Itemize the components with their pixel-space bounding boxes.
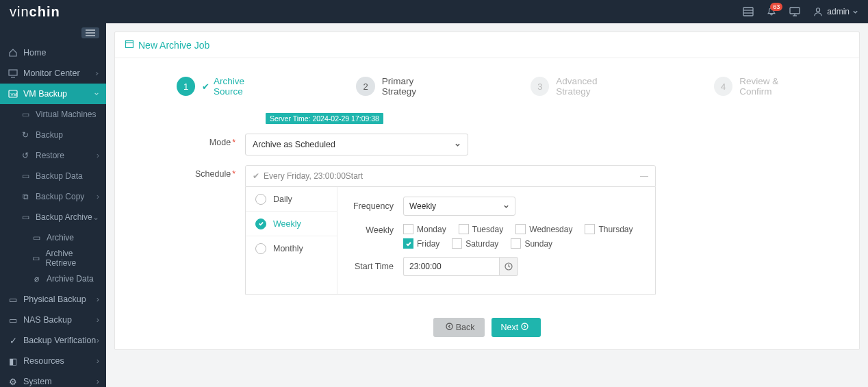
nav-backup-verification[interactable]: ✓Backup Verification› xyxy=(0,330,106,351)
nav-vm-backup[interactable]: VM VM Backup xyxy=(0,84,106,104)
radio-checked-icon xyxy=(255,219,266,229)
day-label: Thursday xyxy=(598,225,633,234)
step-number: 4 xyxy=(714,77,732,96)
chevron-icon: › xyxy=(97,377,99,386)
day-thursday[interactable]: Thursday xyxy=(585,224,633,234)
nav-archive-retrieve[interactable]: ▭Archive Retrieve xyxy=(0,248,106,269)
sidebar-toggle[interactable] xyxy=(0,23,106,42)
nas-icon: ▭ xyxy=(8,315,18,325)
svg-point-17 xyxy=(446,323,452,329)
nav-nas-backup[interactable]: ▭NAS Backup› xyxy=(0,310,106,330)
checkbox-icon xyxy=(585,224,595,234)
svg-rect-3 xyxy=(790,8,800,14)
checkbox-icon xyxy=(515,224,526,234)
radio-icon xyxy=(255,243,266,254)
nav-archive[interactable]: ▭Archive xyxy=(0,227,106,248)
chevron-icon: › xyxy=(97,151,99,160)
step-number: 1 xyxy=(177,77,195,96)
nav-system[interactable]: ⚙System› xyxy=(0,371,106,387)
step-label: Advanced Strategy xyxy=(556,76,632,97)
wizard-footer: Back Next xyxy=(115,308,859,349)
checkbox-icon xyxy=(511,238,521,249)
start-time-value: 23:00:00 xyxy=(409,262,442,271)
day-monday[interactable]: Monday xyxy=(403,224,446,234)
collapse-icon[interactable]: — xyxy=(640,171,648,181)
nav-virtual-machines[interactable]: ▭Virtual Machines xyxy=(0,104,106,125)
nav-backup-archive[interactable]: ▭Backup Archive⌄ xyxy=(0,207,106,227)
checkbox-icon xyxy=(459,224,469,234)
chevron-icon xyxy=(94,68,99,78)
data-icon: ▭ xyxy=(21,171,30,181)
chevron-down-icon xyxy=(455,142,461,148)
chevron-icon: › xyxy=(97,356,99,366)
day-label: Tuesday xyxy=(472,225,504,234)
nav-backup-data[interactable]: ▭Backup Data xyxy=(0,166,106,186)
resources-icon: ◧ xyxy=(8,356,18,366)
interval-daily[interactable]: Daily xyxy=(246,187,337,212)
frequency-label: Frequency xyxy=(348,201,403,211)
nav-archive-data[interactable]: ⌀Archive Data xyxy=(0,269,106,289)
nav-backup-copy[interactable]: ⧉Backup Copy› xyxy=(0,186,106,207)
svg-rect-14 xyxy=(126,41,133,48)
interval-monthly[interactable]: Monthly xyxy=(246,236,337,261)
day-label: Monday xyxy=(417,225,446,234)
interval-label: Weekly xyxy=(273,219,301,229)
step-number: 2 xyxy=(356,77,374,96)
next-button[interactable]: Next xyxy=(492,318,541,337)
frequency-select[interactable]: Weekly xyxy=(403,197,515,216)
frequency-value: Weekly xyxy=(409,201,436,211)
step-review-confirm: 4 Review & Confirm xyxy=(714,76,811,97)
interval-list: Daily Weekly Monthly xyxy=(246,187,337,294)
start-time-input[interactable]: 23:00:00 xyxy=(403,257,499,276)
check-icon: ✔ xyxy=(253,171,259,181)
day-sunday[interactable]: Sunday xyxy=(511,238,552,249)
nav-physical-backup[interactable]: ▭Physical Backup› xyxy=(0,289,106,310)
chevron-icon: › xyxy=(97,336,99,345)
monitor-icon xyxy=(8,68,18,78)
day-tuesday[interactable]: Tuesday xyxy=(459,224,504,234)
nav-label: Backup Data xyxy=(36,171,83,181)
nav-label: Backup Copy xyxy=(36,192,84,201)
schedule-summary-bar[interactable]: ✔Every Friday, 23:00:00Start — xyxy=(245,165,656,187)
mode-label: Mode* xyxy=(136,134,245,155)
schedule-summary: Every Friday, 23:00:00Start xyxy=(264,171,363,181)
nav-resources[interactable]: ◧Resources› xyxy=(0,351,106,371)
brand-part1: vin xyxy=(10,4,29,19)
nav-monitor-center[interactable]: Monitor Center xyxy=(0,63,106,84)
step-label: Primary Strategy xyxy=(382,76,449,97)
svg-rect-0 xyxy=(743,8,753,16)
nav-label: System xyxy=(23,377,52,386)
user-name: admin xyxy=(827,7,850,16)
interval-label: Monthly xyxy=(273,244,303,253)
back-label: Back xyxy=(456,323,475,332)
mode-select[interactable]: Archive as Scheduled xyxy=(245,134,468,155)
mode-value: Archive as Scheduled xyxy=(253,140,335,149)
nav-backup[interactable]: ↻Backup xyxy=(0,125,106,145)
chevron-icon: › xyxy=(97,315,99,325)
svg-rect-10 xyxy=(9,70,17,75)
day-friday[interactable]: Friday xyxy=(403,238,439,249)
archive-icon: ▭ xyxy=(21,212,30,222)
checkbox-icon xyxy=(403,224,413,234)
svg-point-18 xyxy=(522,323,528,329)
nav-label: Monitor Center xyxy=(23,68,80,78)
step-archive-source[interactable]: 1 ✔ Archive Source xyxy=(177,76,274,97)
time-picker-button[interactable] xyxy=(499,257,518,276)
list-icon[interactable] xyxy=(743,7,754,16)
sidebar: Home Monitor Center VM VM Backup ▭Virtua… xyxy=(0,23,106,387)
monitor-icon[interactable] xyxy=(789,7,800,16)
panel: New Archive Job 1 ✔ Archive Source 2 Pri… xyxy=(114,32,860,350)
user-menu[interactable]: admin xyxy=(813,7,858,16)
nav-label: Backup Archive xyxy=(36,212,92,222)
step-label: Archive Source xyxy=(214,76,274,97)
day-wednesday[interactable]: Wednesday xyxy=(515,224,572,234)
interval-weekly[interactable]: Weekly xyxy=(246,212,337,236)
nav-home[interactable]: Home xyxy=(0,42,106,63)
nav-label: Archive Data xyxy=(47,274,94,284)
box-icon: ▭ xyxy=(31,233,41,242)
nav-restore[interactable]: ↺Restore› xyxy=(0,145,106,166)
notifications-icon[interactable]: 63 xyxy=(766,7,777,16)
day-saturday[interactable]: Saturday xyxy=(452,238,498,249)
back-button[interactable]: Back xyxy=(433,318,485,337)
wizard-steps: 1 ✔ Archive Source 2 Primary Strategy 3 … xyxy=(136,72,839,113)
